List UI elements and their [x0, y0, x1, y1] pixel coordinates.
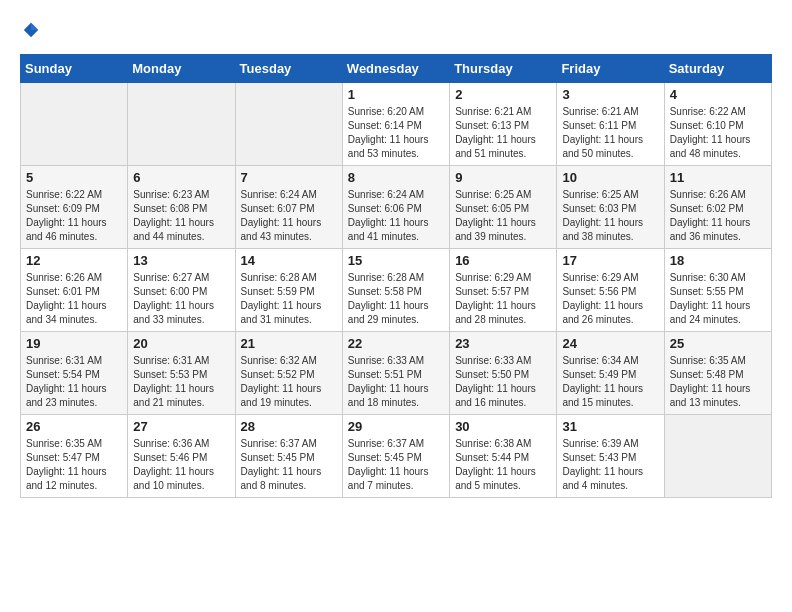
calendar-cell: [235, 83, 342, 166]
day-number: 14: [241, 253, 337, 268]
day-number: 22: [348, 336, 444, 351]
day-header-wednesday: Wednesday: [342, 55, 449, 83]
calendar-cell: 15Sunrise: 6:28 AM Sunset: 5:58 PM Dayli…: [342, 249, 449, 332]
calendar-cell: 22Sunrise: 6:33 AM Sunset: 5:51 PM Dayli…: [342, 332, 449, 415]
day-header-saturday: Saturday: [664, 55, 771, 83]
day-number: 9: [455, 170, 551, 185]
day-number: 23: [455, 336, 551, 351]
calendar-cell: 12Sunrise: 6:26 AM Sunset: 6:01 PM Dayli…: [21, 249, 128, 332]
day-info: Sunrise: 6:35 AM Sunset: 5:47 PM Dayligh…: [26, 437, 122, 493]
day-info: Sunrise: 6:39 AM Sunset: 5:43 PM Dayligh…: [562, 437, 658, 493]
calendar-cell: 29Sunrise: 6:37 AM Sunset: 5:45 PM Dayli…: [342, 415, 449, 498]
day-number: 4: [670, 87, 766, 102]
day-info: Sunrise: 6:22 AM Sunset: 6:09 PM Dayligh…: [26, 188, 122, 244]
calendar-cell: [128, 83, 235, 166]
calendar-cell: 17Sunrise: 6:29 AM Sunset: 5:56 PM Dayli…: [557, 249, 664, 332]
day-info: Sunrise: 6:28 AM Sunset: 5:59 PM Dayligh…: [241, 271, 337, 327]
calendar-cell: 26Sunrise: 6:35 AM Sunset: 5:47 PM Dayli…: [21, 415, 128, 498]
calendar-cell: 19Sunrise: 6:31 AM Sunset: 5:54 PM Dayli…: [21, 332, 128, 415]
day-info: Sunrise: 6:21 AM Sunset: 6:11 PM Dayligh…: [562, 105, 658, 161]
day-number: 16: [455, 253, 551, 268]
calendar-cell: 11Sunrise: 6:26 AM Sunset: 6:02 PM Dayli…: [664, 166, 771, 249]
day-info: Sunrise: 6:31 AM Sunset: 5:54 PM Dayligh…: [26, 354, 122, 410]
day-number: 10: [562, 170, 658, 185]
calendar-cell: 21Sunrise: 6:32 AM Sunset: 5:52 PM Dayli…: [235, 332, 342, 415]
day-number: 5: [26, 170, 122, 185]
day-number: 15: [348, 253, 444, 268]
day-number: 25: [670, 336, 766, 351]
logo: [20, 20, 40, 44]
day-number: 29: [348, 419, 444, 434]
day-info: Sunrise: 6:36 AM Sunset: 5:46 PM Dayligh…: [133, 437, 229, 493]
day-info: Sunrise: 6:21 AM Sunset: 6:13 PM Dayligh…: [455, 105, 551, 161]
calendar-cell: 23Sunrise: 6:33 AM Sunset: 5:50 PM Dayli…: [450, 332, 557, 415]
day-info: Sunrise: 6:24 AM Sunset: 6:06 PM Dayligh…: [348, 188, 444, 244]
day-info: Sunrise: 6:31 AM Sunset: 5:53 PM Dayligh…: [133, 354, 229, 410]
page-header: [20, 20, 772, 44]
calendar-week-row: 12Sunrise: 6:26 AM Sunset: 6:01 PM Dayli…: [21, 249, 772, 332]
calendar-cell: 13Sunrise: 6:27 AM Sunset: 6:00 PM Dayli…: [128, 249, 235, 332]
calendar-cell: 25Sunrise: 6:35 AM Sunset: 5:48 PM Dayli…: [664, 332, 771, 415]
calendar-cell: 31Sunrise: 6:39 AM Sunset: 5:43 PM Dayli…: [557, 415, 664, 498]
day-number: 1: [348, 87, 444, 102]
day-number: 13: [133, 253, 229, 268]
calendar-cell: 24Sunrise: 6:34 AM Sunset: 5:49 PM Dayli…: [557, 332, 664, 415]
day-number: 12: [26, 253, 122, 268]
calendar-cell: 28Sunrise: 6:37 AM Sunset: 5:45 PM Dayli…: [235, 415, 342, 498]
calendar-cell: 4Sunrise: 6:22 AM Sunset: 6:10 PM Daylig…: [664, 83, 771, 166]
day-info: Sunrise: 6:37 AM Sunset: 5:45 PM Dayligh…: [348, 437, 444, 493]
day-number: 18: [670, 253, 766, 268]
day-header-thursday: Thursday: [450, 55, 557, 83]
calendar-cell: 27Sunrise: 6:36 AM Sunset: 5:46 PM Dayli…: [128, 415, 235, 498]
calendar-cell: 16Sunrise: 6:29 AM Sunset: 5:57 PM Dayli…: [450, 249, 557, 332]
day-number: 28: [241, 419, 337, 434]
day-header-monday: Monday: [128, 55, 235, 83]
day-info: Sunrise: 6:24 AM Sunset: 6:07 PM Dayligh…: [241, 188, 337, 244]
day-number: 30: [455, 419, 551, 434]
day-info: Sunrise: 6:25 AM Sunset: 6:03 PM Dayligh…: [562, 188, 658, 244]
day-info: Sunrise: 6:35 AM Sunset: 5:48 PM Dayligh…: [670, 354, 766, 410]
calendar-cell: 30Sunrise: 6:38 AM Sunset: 5:44 PM Dayli…: [450, 415, 557, 498]
day-info: Sunrise: 6:34 AM Sunset: 5:49 PM Dayligh…: [562, 354, 658, 410]
calendar-week-row: 1Sunrise: 6:20 AM Sunset: 6:14 PM Daylig…: [21, 83, 772, 166]
calendar-cell: [21, 83, 128, 166]
calendar-header-row: SundayMondayTuesdayWednesdayThursdayFrid…: [21, 55, 772, 83]
calendar-cell: [664, 415, 771, 498]
calendar-week-row: 26Sunrise: 6:35 AM Sunset: 5:47 PM Dayli…: [21, 415, 772, 498]
day-info: Sunrise: 6:28 AM Sunset: 5:58 PM Dayligh…: [348, 271, 444, 327]
calendar-cell: 1Sunrise: 6:20 AM Sunset: 6:14 PM Daylig…: [342, 83, 449, 166]
day-number: 26: [26, 419, 122, 434]
day-number: 20: [133, 336, 229, 351]
calendar-cell: 7Sunrise: 6:24 AM Sunset: 6:07 PM Daylig…: [235, 166, 342, 249]
calendar-cell: 9Sunrise: 6:25 AM Sunset: 6:05 PM Daylig…: [450, 166, 557, 249]
day-info: Sunrise: 6:29 AM Sunset: 5:57 PM Dayligh…: [455, 271, 551, 327]
day-number: 11: [670, 170, 766, 185]
calendar-cell: 5Sunrise: 6:22 AM Sunset: 6:09 PM Daylig…: [21, 166, 128, 249]
day-header-tuesday: Tuesday: [235, 55, 342, 83]
day-info: Sunrise: 6:32 AM Sunset: 5:52 PM Dayligh…: [241, 354, 337, 410]
calendar-cell: 8Sunrise: 6:24 AM Sunset: 6:06 PM Daylig…: [342, 166, 449, 249]
day-info: Sunrise: 6:29 AM Sunset: 5:56 PM Dayligh…: [562, 271, 658, 327]
calendar-week-row: 19Sunrise: 6:31 AM Sunset: 5:54 PM Dayli…: [21, 332, 772, 415]
day-info: Sunrise: 6:26 AM Sunset: 6:02 PM Dayligh…: [670, 188, 766, 244]
day-info: Sunrise: 6:20 AM Sunset: 6:14 PM Dayligh…: [348, 105, 444, 161]
calendar-cell: 2Sunrise: 6:21 AM Sunset: 6:13 PM Daylig…: [450, 83, 557, 166]
day-number: 21: [241, 336, 337, 351]
day-number: 31: [562, 419, 658, 434]
calendar-cell: 3Sunrise: 6:21 AM Sunset: 6:11 PM Daylig…: [557, 83, 664, 166]
day-info: Sunrise: 6:23 AM Sunset: 6:08 PM Dayligh…: [133, 188, 229, 244]
day-info: Sunrise: 6:26 AM Sunset: 6:01 PM Dayligh…: [26, 271, 122, 327]
calendar-cell: 10Sunrise: 6:25 AM Sunset: 6:03 PM Dayli…: [557, 166, 664, 249]
day-info: Sunrise: 6:38 AM Sunset: 5:44 PM Dayligh…: [455, 437, 551, 493]
day-number: 24: [562, 336, 658, 351]
day-number: 2: [455, 87, 551, 102]
calendar-cell: 18Sunrise: 6:30 AM Sunset: 5:55 PM Dayli…: [664, 249, 771, 332]
calendar-cell: 20Sunrise: 6:31 AM Sunset: 5:53 PM Dayli…: [128, 332, 235, 415]
day-info: Sunrise: 6:27 AM Sunset: 6:00 PM Dayligh…: [133, 271, 229, 327]
day-info: Sunrise: 6:33 AM Sunset: 5:51 PM Dayligh…: [348, 354, 444, 410]
day-info: Sunrise: 6:25 AM Sunset: 6:05 PM Dayligh…: [455, 188, 551, 244]
day-number: 19: [26, 336, 122, 351]
day-header-friday: Friday: [557, 55, 664, 83]
calendar-week-row: 5Sunrise: 6:22 AM Sunset: 6:09 PM Daylig…: [21, 166, 772, 249]
day-number: 17: [562, 253, 658, 268]
